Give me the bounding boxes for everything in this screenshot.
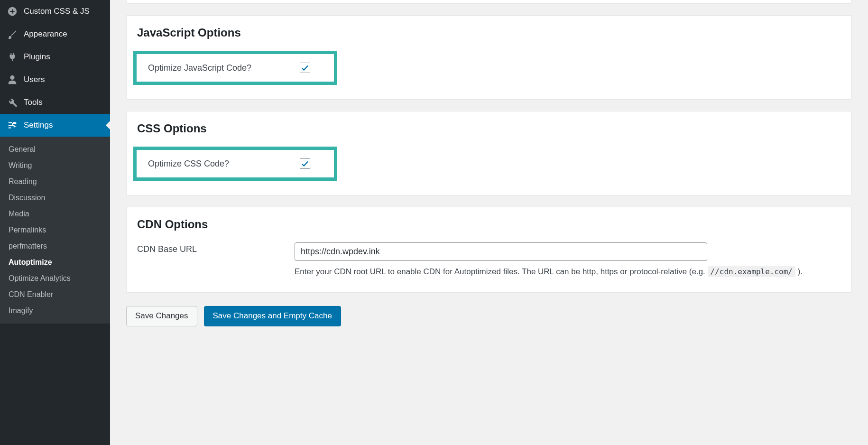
plug-icon: [7, 51, 18, 63]
submenu-item-discussion[interactable]: Discussion: [0, 190, 110, 206]
panel-css-options: CSS Options Optimize CSS Code?: [126, 111, 852, 195]
sidebar-item-label: Plugins: [24, 52, 50, 62]
highlight-optimize-js: Optimize JavaScript Code?: [133, 51, 337, 85]
field-label-optimize-css: Optimize CSS Code?: [148, 159, 300, 169]
submenu-item-perfmatters[interactable]: perfmatters: [0, 238, 110, 254]
save-button[interactable]: Save Changes: [126, 306, 197, 326]
sidebar-item-users[interactable]: Users: [0, 68, 110, 91]
sidebar-item-label: Custom CSS & JS: [24, 7, 90, 16]
submenu-item-writing[interactable]: Writing: [0, 158, 110, 174]
wrench-icon: [7, 97, 18, 108]
submenu-item-cdn-enabler[interactable]: CDN Enabler: [0, 287, 110, 303]
submenu-item-reading[interactable]: Reading: [0, 174, 110, 190]
panel-stub-above: [126, 0, 852, 4]
help-text-segment: ).: [798, 267, 803, 276]
sidebar-item-plugins[interactable]: Plugins: [0, 46, 110, 68]
check-icon: [301, 64, 309, 72]
field-row-cdn-base-url: CDN Base URL Enter your CDN root URL to …: [137, 242, 841, 278]
input-cdn-base-url[interactable]: [295, 242, 707, 261]
admin-sidebar: Custom CSS & JS Appearance Plugins Users: [0, 0, 110, 445]
submenu-item-permalinks[interactable]: Permalinks: [0, 222, 110, 238]
plus-circle-icon: [7, 6, 18, 17]
panel-cdn-options: CDN Options CDN Base URL Enter your CDN …: [126, 207, 852, 293]
sidebar-item-custom-css-js[interactable]: Custom CSS & JS: [0, 0, 110, 23]
button-row: Save Changes Save Changes and Empty Cach…: [126, 306, 852, 326]
sidebar-item-tools[interactable]: Tools: [0, 91, 110, 114]
submenu-item-general[interactable]: General: [0, 141, 110, 158]
save-and-empty-cache-button[interactable]: Save Changes and Empty Cache: [204, 306, 341, 326]
panel-title: CSS Options: [137, 122, 841, 135]
field-label-optimize-js: Optimize JavaScript Code?: [148, 63, 300, 73]
submenu-item-media[interactable]: Media: [0, 206, 110, 222]
submenu-item-imagify[interactable]: Imagify: [0, 303, 110, 319]
settings-submenu: General Writing Reading Discussion Media…: [0, 137, 110, 324]
brush-icon: [7, 28, 18, 40]
panel-title: CDN Options: [137, 218, 841, 231]
main-content: JavaScript Options Optimize JavaScript C…: [110, 0, 868, 445]
sidebar-item-settings[interactable]: Settings: [0, 114, 110, 137]
panel-title: JavaScript Options: [137, 26, 841, 39]
checkbox-optimize-css[interactable]: [300, 158, 310, 169]
sidebar-item-label: Tools: [24, 98, 43, 107]
check-icon: [301, 159, 309, 168]
panel-javascript-options: JavaScript Options Optimize JavaScript C…: [126, 15, 852, 100]
submenu-item-autoptimize[interactable]: Autoptimize: [0, 254, 110, 270]
user-icon: [7, 74, 18, 85]
checkbox-optimize-js[interactable]: [300, 63, 310, 73]
sidebar-item-appearance[interactable]: Appearance: [0, 23, 110, 46]
help-code-example: //cdn.example.com/: [708, 266, 795, 277]
sliders-icon: [7, 120, 18, 131]
sidebar-item-label: Appearance: [24, 29, 67, 39]
help-text-segment: Enter your CDN root URL to enable CDN fo…: [295, 267, 708, 276]
sidebar-item-label: Users: [24, 75, 45, 84]
highlight-optimize-css: Optimize CSS Code?: [133, 147, 337, 181]
cdn-help-text: Enter your CDN root URL to enable CDN fo…: [295, 266, 841, 278]
field-label-cdn-base-url: CDN Base URL: [137, 242, 295, 254]
sidebar-item-label: Settings: [24, 121, 53, 130]
submenu-item-optimize-analytics[interactable]: Optimize Analytics: [0, 270, 110, 287]
